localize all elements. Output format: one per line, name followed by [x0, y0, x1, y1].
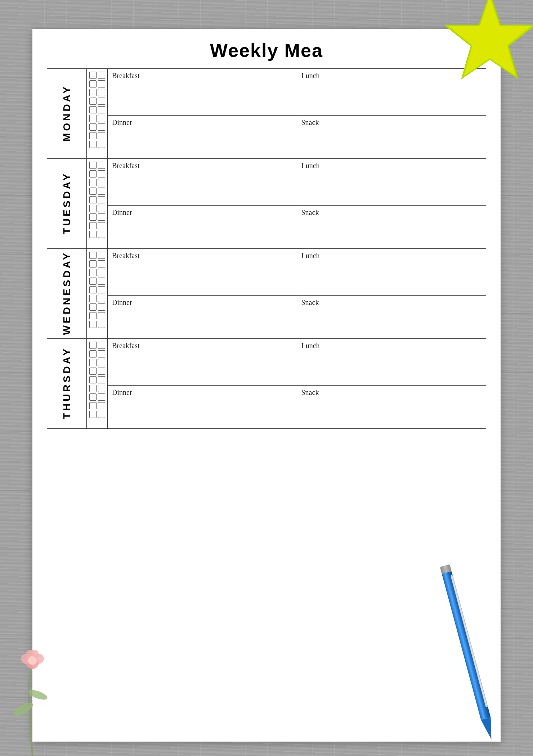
checkbox[interactable] — [89, 312, 97, 319]
checkbox[interactable] — [98, 303, 105, 311]
checkbox[interactable] — [89, 98, 97, 105]
checkbox[interactable] — [89, 205, 97, 212]
checkbox[interactable] — [89, 231, 97, 238]
day-label-monday: MONDAY — [61, 85, 73, 141]
checkbox[interactable] — [89, 269, 97, 276]
checkbox[interactable] — [89, 295, 97, 302]
meal-label-dinner: Dinner — [112, 208, 292, 217]
checkbox[interactable] — [98, 295, 105, 302]
checkbox[interactable] — [89, 286, 97, 293]
checkbox[interactable] — [89, 321, 97, 328]
checkbox[interactable] — [89, 106, 97, 113]
checkbox[interactable] — [89, 303, 97, 311]
checkbox[interactable] — [89, 213, 97, 221]
checkbox[interactable] — [98, 89, 105, 96]
day-row-bottom: DinnerSnack — [47, 296, 486, 339]
checkbox[interactable] — [98, 141, 105, 148]
checkbox[interactable] — [98, 350, 105, 357]
breakfast-cell-tuesday: Breakfast — [108, 159, 297, 206]
checkbox[interactable] — [89, 376, 97, 383]
checkbox[interactable] — [89, 179, 97, 186]
checkbox[interactable] — [89, 196, 97, 203]
checkbox[interactable] — [98, 385, 105, 392]
checkbox[interactable] — [98, 72, 105, 79]
day-cell-thursday: THURSDAY — [47, 339, 87, 429]
snack-cell-tuesday: Snack — [297, 206, 486, 249]
svg-point-3 — [12, 700, 35, 719]
checkbox[interactable] — [98, 196, 105, 203]
checkbox[interactable] — [89, 132, 97, 139]
checkbox[interactable] — [98, 123, 105, 131]
checkbox[interactable] — [98, 411, 105, 418]
checkbox[interactable] — [89, 350, 97, 357]
checkbox-cell-thursday — [87, 339, 108, 429]
checkbox[interactable] — [98, 170, 105, 177]
checkbox[interactable] — [98, 188, 105, 195]
checkbox[interactable] — [89, 89, 97, 96]
dinner-cell-tuesday: Dinner — [108, 206, 297, 249]
checkbox[interactable] — [98, 252, 105, 259]
checkbox[interactable] — [89, 411, 97, 418]
checkbox[interactable] — [98, 179, 105, 186]
checkbox[interactable] — [98, 162, 105, 169]
checkbox[interactable] — [89, 72, 97, 79]
pen-tip — [481, 717, 496, 741]
day-row-top: WEDNESDAYBreakfastLunch — [47, 249, 486, 296]
checkbox[interactable] — [98, 205, 105, 212]
checkbox[interactable] — [98, 222, 105, 229]
checkbox[interactable] — [89, 278, 97, 285]
lunch-cell-wednesday: Lunch — [297, 249, 486, 296]
checkbox[interactable] — [89, 252, 97, 259]
checkbox[interactable] — [98, 115, 105, 122]
day-label-thursday: THURSDAY — [61, 347, 73, 419]
checkbox[interactable] — [98, 106, 105, 113]
checkbox[interactable] — [98, 231, 105, 238]
checkbox[interactable] — [89, 222, 97, 229]
checkbox[interactable] — [89, 402, 97, 409]
meal-label-snack: Snack — [301, 208, 482, 217]
checkbox[interactable] — [98, 342, 105, 349]
checkbox[interactable] — [89, 393, 97, 401]
checkbox[interactable] — [98, 359, 105, 366]
checkbox[interactable] — [89, 385, 97, 392]
checkbox[interactable] — [89, 359, 97, 366]
meal-label-snack: Snack — [301, 118, 482, 127]
checkbox[interactable] — [89, 188, 97, 195]
checkbox[interactable] — [98, 321, 105, 328]
meal-label-snack: Snack — [301, 298, 482, 307]
checkbox-cell-monday — [87, 69, 108, 159]
checkbox[interactable] — [89, 170, 97, 177]
checkbox[interactable] — [98, 132, 105, 139]
checkbox[interactable] — [98, 98, 105, 105]
checkbox[interactable] — [89, 141, 97, 148]
star-decoration — [439, 0, 533, 90]
checkbox[interactable] — [89, 260, 97, 267]
meal-label-breakfast: Breakfast — [112, 342, 292, 350]
checkbox[interactable] — [98, 269, 105, 276]
checkbox[interactable] — [89, 80, 97, 87]
checkbox[interactable] — [89, 368, 97, 375]
checkbox[interactable] — [98, 80, 105, 87]
checkbox[interactable] — [98, 278, 105, 285]
checkbox[interactable] — [98, 368, 105, 375]
checkbox[interactable] — [89, 162, 97, 169]
dinner-cell-monday: Dinner — [108, 116, 297, 159]
checkbox[interactable] — [98, 260, 105, 267]
meal-label-breakfast: Breakfast — [112, 72, 292, 80]
checkbox[interactable] — [89, 123, 97, 131]
checkbox[interactable] — [98, 286, 105, 293]
flower-decoration — [11, 630, 54, 756]
checkbox[interactable] — [98, 402, 105, 409]
dinner-cell-wednesday: Dinner — [108, 296, 297, 339]
breakfast-cell-thursday: Breakfast — [108, 339, 297, 386]
checkbox[interactable] — [98, 312, 105, 319]
snack-cell-wednesday: Snack — [297, 296, 486, 339]
checkbox[interactable] — [98, 393, 105, 401]
day-row-top: MONDAYBreakfastLunch — [47, 69, 486, 116]
planner-title: Weekly Mea — [47, 40, 486, 61]
checkbox[interactable] — [89, 115, 97, 122]
checkbox-cell-tuesday — [87, 159, 108, 249]
checkbox[interactable] — [98, 376, 105, 383]
checkbox[interactable] — [89, 342, 97, 349]
checkbox[interactable] — [98, 213, 105, 221]
